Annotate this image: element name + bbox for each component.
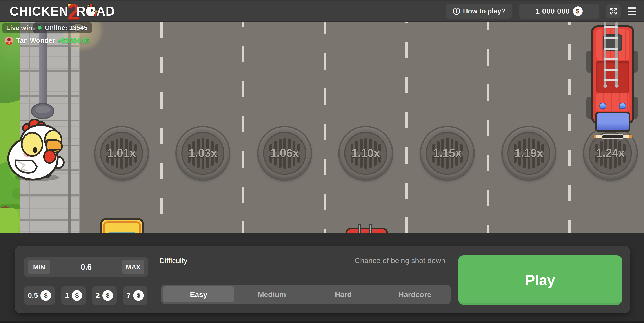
truck-ladder-rail <box>604 22 606 86</box>
manhole-multiplier-2: 1.03x <box>176 126 230 181</box>
grass-patch <box>0 208 18 233</box>
truck-ladder-rail <box>616 22 618 86</box>
dollar-coin-icon: $ <box>102 290 113 301</box>
dollar-coin-icon: $ <box>40 290 51 301</box>
online-dot-icon <box>38 26 42 30</box>
difficulty-label: Difficulty <box>159 256 188 265</box>
header-actions: i How to play? 1 000 000 $ <box>446 4 636 19</box>
chicken-road-game-app: 1.01x 1.03x 1.06x 1.10x <box>0 0 644 323</box>
red-truck-body <box>346 228 388 233</box>
tab-hardcore[interactable]: Hardcore <box>379 286 450 302</box>
dollar-coin-icon: $ <box>573 7 583 16</box>
quick-bet-chips: 0.5 $ 1 $ 2 $ 7 $ <box>24 286 148 305</box>
quick-bet-1-button[interactable]: 1 $ <box>61 286 86 305</box>
quick-bet-0.5-button[interactable]: 0.5 $ <box>24 286 55 305</box>
yellow-car-roof <box>103 221 141 233</box>
truck-indicator <box>594 135 596 138</box>
avatar-head <box>7 38 11 41</box>
chance-label: Chance of being shot down <box>355 256 445 265</box>
difficulty-tabs: Easy Medium Hard Hardcore <box>161 285 450 304</box>
tree-foliage-bump <box>0 55 6 70</box>
fire-truck <box>586 24 638 150</box>
manhole-plate: 1.06x <box>263 132 306 175</box>
chip-amount: 2 <box>96 291 100 300</box>
lane-divider <box>487 22 489 233</box>
truck-ladder-rung <box>604 37 618 39</box>
balance-value: 1 000 000 <box>536 7 570 16</box>
multiplier-value: 1.15x <box>427 146 468 160</box>
bet-max-button[interactable]: MAX <box>122 260 144 274</box>
menu-bar <box>628 11 636 12</box>
balance-pill[interactable]: 1 000 000 $ <box>519 4 599 19</box>
logo-word-ad: AD <box>96 4 115 19</box>
manhole-multiplier-4: 1.10x <box>338 126 393 181</box>
truck-windshield <box>595 112 630 132</box>
lane-divider <box>242 22 244 233</box>
manhole-multiplier-1: 1.01x <box>94 126 149 181</box>
dollar-coin-icon: $ <box>133 290 144 301</box>
truck-grill <box>602 134 624 139</box>
truck-indicator <box>630 135 632 138</box>
manhole-multiplier-5: 1.15x <box>420 126 475 181</box>
dollar-coin-icon: $ <box>72 290 82 301</box>
tab-medium[interactable]: Medium <box>236 286 308 302</box>
win-amount: +$1004.00 <box>58 37 90 45</box>
red-truck-front <box>345 224 388 233</box>
online-counter: Online: 13545 <box>33 23 92 33</box>
how-to-play-button[interactable]: i How to play? <box>446 4 512 19</box>
eye-icon <box>91 9 93 12</box>
manhole-plate: 1.15x <box>426 132 469 175</box>
chip-amount: 7 <box>126 291 130 300</box>
lane-divider <box>405 22 408 233</box>
how-to-play-label: How to play? <box>463 7 506 15</box>
truck-ladder-rung <box>604 27 618 28</box>
manhole-multiplier-3: 1.06x <box>257 126 312 181</box>
yellow-car <box>100 218 144 233</box>
red-truck-ladder-rail <box>369 224 372 233</box>
truck-blue-light <box>600 103 606 109</box>
manhole-plate: 1.19x <box>507 132 550 175</box>
manhole-plate: 1.10x <box>344 132 387 175</box>
truck-ladder-rung <box>604 58 618 60</box>
menu-button[interactable] <box>628 6 636 16</box>
truck-ladder-rung <box>604 48 618 50</box>
yellow-car-windshield <box>108 232 136 233</box>
fullscreen-button[interactable] <box>606 4 621 19</box>
tab-hard[interactable]: Hard <box>308 286 379 302</box>
multiplier-value: 1.19x <box>508 146 549 160</box>
online-text: Online: 13545 <box>44 24 88 32</box>
expand-icon <box>609 7 618 16</box>
truck-body <box>591 25 634 124</box>
multiplier-value: 1.01x <box>101 146 142 160</box>
quick-bet-2-button[interactable]: 2 $ <box>92 286 117 305</box>
multiplier-value: 1.10x <box>345 146 386 160</box>
chip-amount: 1 <box>65 291 69 300</box>
tab-easy[interactable]: Easy <box>163 286 234 302</box>
manhole-multiplier-6: 1.19x <box>501 126 556 181</box>
chip-amount: 0.5 <box>28 291 38 300</box>
avatar-badge-emblem <box>8 42 10 44</box>
avatar <box>5 37 13 45</box>
red-truck-ladder-rail <box>358 224 361 233</box>
truck-blue-light <box>619 103 626 109</box>
game-scene: 1.01x 1.03x 1.06x 1.10x <box>0 22 644 233</box>
manhole-plate: 1.01x <box>100 132 143 175</box>
menu-bar <box>628 8 636 9</box>
bet-min-button[interactable]: MIN <box>28 260 50 274</box>
multiplier-value: 1.03x <box>182 146 223 160</box>
play-button[interactable]: Play <box>458 255 622 305</box>
info-icon: i <box>453 8 460 15</box>
game-logo: CHICKEN 2 R AD <box>10 1 115 21</box>
live-win-entry: Tan Wonder… +$1004.00 <box>5 37 90 45</box>
lane-divider <box>160 22 163 233</box>
comb-icon <box>89 4 93 8</box>
menu-bar <box>628 14 636 15</box>
live-wins-text: Live wins <box>6 24 36 32</box>
bet-amount-box: 0.6 MIN MAX <box>24 257 148 277</box>
truck-ladder-rung <box>604 69 618 71</box>
top-bar: CHICKEN 2 R AD i How to play? 1 000 000 … <box>0 0 644 22</box>
winner-name: Tan Wonder… <box>16 37 55 45</box>
logo-word-chicken: CHICKEN <box>10 4 68 19</box>
chicken-character <box>6 119 65 183</box>
quick-bet-7-button[interactable]: 7 $ <box>123 286 148 305</box>
